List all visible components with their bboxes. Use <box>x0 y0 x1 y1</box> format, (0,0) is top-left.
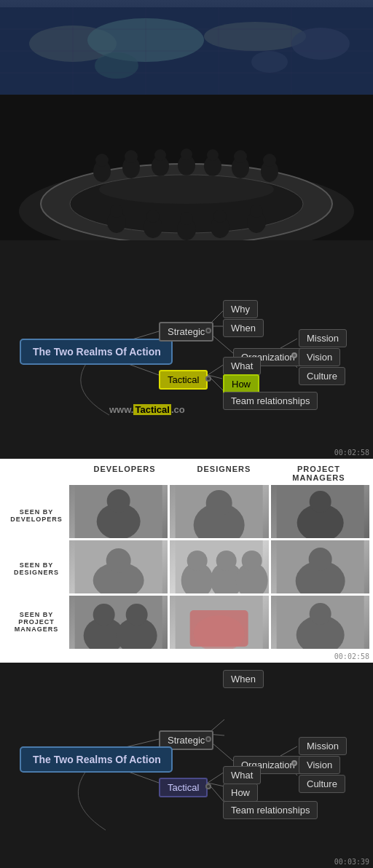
org-dot-1 <box>291 352 297 358</box>
cell-pm-pm <box>271 596 369 649</box>
strategic-dot-1 <box>205 328 211 334</box>
grid-cells <box>69 485 369 651</box>
grid-section: Developers Designers ProjectManagers See… <box>0 459 373 663</box>
what-node-2: What <box>223 766 261 784</box>
video-section: File: 004 The two realms of action.mp4 S… <box>0 0 373 240</box>
map-area <box>0 0 373 95</box>
svg-point-75 <box>308 548 331 571</box>
svg-point-56 <box>107 489 130 513</box>
svg-point-3 <box>204 22 306 51</box>
svg-point-19 <box>95 154 109 167</box>
svg-point-70 <box>216 551 237 571</box>
svg-point-65 <box>106 548 131 573</box>
col-designers: Designers <box>197 465 251 482</box>
svg-point-5 <box>95 52 138 79</box>
what-node-1: What <box>223 357 261 375</box>
svg-point-31 <box>263 154 276 167</box>
cell-dev-des <box>170 485 268 538</box>
map-content <box>0 7 373 87</box>
vision-node-2: Vision <box>299 756 340 774</box>
svg-point-62 <box>309 491 331 513</box>
when-node-2: When <box>223 670 264 688</box>
svg-point-68 <box>187 551 208 571</box>
mission-node-2: Mission <box>299 737 347 755</box>
cell-dev-pm <box>271 485 369 538</box>
strategic-dot-2 <box>205 736 211 742</box>
tactical-dot-2 <box>205 784 211 789</box>
cell-dev-dev <box>69 485 168 538</box>
svg-point-59 <box>206 490 232 516</box>
grid-row-2 <box>69 540 369 593</box>
team-node-1: Team relationships <box>223 392 318 410</box>
vision-node-1: Vision <box>299 348 340 366</box>
svg-point-25 <box>181 149 192 160</box>
how-node-1: How <box>223 374 259 394</box>
svg-point-41 <box>250 205 263 218</box>
mission-node-1: Mission <box>299 329 347 347</box>
svg-point-27 <box>207 149 219 161</box>
svg-point-37 <box>180 212 193 225</box>
boardroom-inner <box>0 95 373 240</box>
col-pm: ProjectManagers <box>292 465 345 482</box>
col-developers: Developers <box>93 465 155 482</box>
central-node-2: The Two Realms Of Action <box>20 746 173 773</box>
svg-line-47 <box>280 339 297 348</box>
svg-point-4 <box>291 28 350 60</box>
tactical-node-1: Tactical <box>159 370 208 390</box>
timestamp-2: 00:03:39 <box>334 858 369 866</box>
boardroom-area <box>0 95 373 240</box>
mindmap-section-2: Why When Strategic Organization Mission … <box>0 663 373 868</box>
how-node-2: How <box>223 784 258 802</box>
cell-des-des <box>170 540 268 593</box>
row-developers-label: Seen byDevelopers <box>4 489 69 542</box>
cell-pm-des <box>170 596 268 649</box>
grid-row-3 <box>69 596 369 649</box>
svg-point-6 <box>251 51 288 73</box>
cell-des-pm <box>271 540 369 593</box>
svg-line-91 <box>280 746 297 756</box>
svg-point-42 <box>99 175 274 204</box>
grid-timestamp: 00:02:58 <box>334 652 369 660</box>
culture-node-1: Culture <box>299 367 345 385</box>
row-designers-label: Seen byDesigners <box>4 542 69 595</box>
svg-point-35 <box>146 210 160 223</box>
team-node-2: Team relationships <box>223 801 318 819</box>
svg-point-23 <box>154 149 166 161</box>
tactical-dot-1 <box>205 376 211 382</box>
why-node-1: Why <box>223 300 258 318</box>
grid-body: Seen byDevelopers Seen byDesigners Seen … <box>0 485 373 651</box>
svg-point-80 <box>126 604 148 626</box>
video-thumbnail <box>0 0 373 240</box>
svg-point-78 <box>93 604 115 626</box>
cell-pm-dev <box>69 596 168 649</box>
mindmap-section-1: The Two Realms Of Action Strategic Why W… <box>0 240 373 459</box>
grid-header: Developers Designers ProjectManagers <box>0 459 373 485</box>
svg-point-72 <box>242 551 262 571</box>
grid-row-1 <box>69 485 369 538</box>
cell-des-dev <box>69 540 168 593</box>
svg-point-29 <box>234 150 247 163</box>
svg-point-33 <box>110 205 123 218</box>
svg-line-51 <box>208 364 224 375</box>
watermark-1: www.Tactical.co <box>109 404 185 415</box>
svg-line-95 <box>208 772 224 783</box>
org-dot-2 <box>291 760 297 766</box>
culture-node-2: Culture <box>299 775 345 793</box>
svg-point-39 <box>213 210 227 223</box>
when-node-1: When <box>223 319 264 337</box>
central-node-1: The Two Realms Of Action <box>20 339 173 365</box>
svg-point-21 <box>125 150 138 163</box>
tactical-node-2: Tactical <box>159 778 208 797</box>
timestamp-1: 00:02:58 <box>334 449 369 457</box>
row-labels: Seen byDevelopers Seen byDesigners Seen … <box>4 485 69 651</box>
svg-point-86 <box>309 603 331 625</box>
row-pm-label: Seen byProjectManagers <box>4 595 69 648</box>
